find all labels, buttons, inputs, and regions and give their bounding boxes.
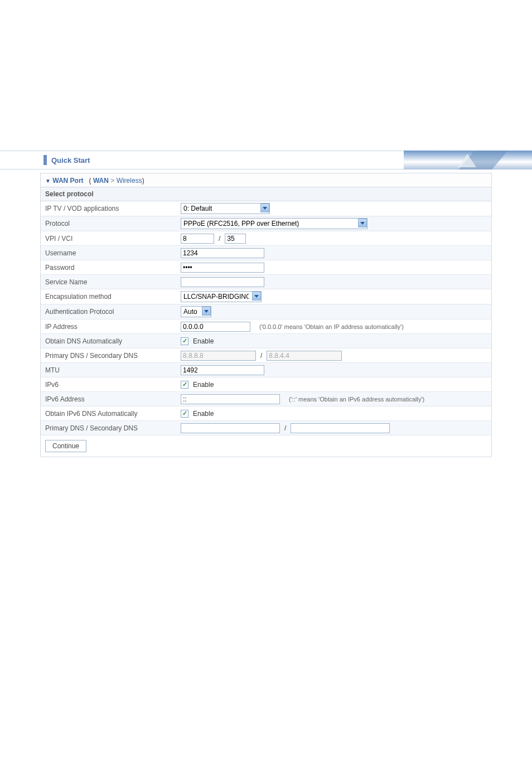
username-label: Username (45, 249, 181, 257)
ipaddr-input[interactable] (181, 322, 250, 332)
row-authproto: Authentication Protocol (41, 304, 491, 319)
breadcrumb-section: WAN Port (52, 177, 83, 185)
ipv6-enable-label: Enable (193, 381, 214, 389)
breadcrumb-sep: > (110, 177, 116, 185)
obtaindns-checkbox[interactable] (181, 337, 188, 345)
ipv6-enable-checkbox[interactable] (181, 381, 188, 389)
protocol-select[interactable] (181, 218, 367, 229)
encaps-select[interactable] (181, 291, 262, 302)
row-obtainipv6dns: Obtain IPv6 DNS Automatically Enable (41, 406, 491, 421)
primary-dns-input[interactable] (181, 351, 256, 361)
page-title: Quick Start (40, 156, 90, 164)
ipv6addr-input[interactable] (181, 394, 280, 404)
obtainipv6dns-checkbox[interactable] (181, 410, 188, 418)
ipv6dns-label: Primary DNS / Secondary DNS (45, 424, 181, 432)
row-ipv6: IPv6 Enable (41, 377, 491, 392)
slash-separator: / (282, 424, 288, 432)
authproto-select[interactable] (181, 306, 211, 317)
row-obtaindns: Obtain DNS Automatically Enable (41, 334, 491, 348)
caret-down-icon: ▼ (45, 178, 51, 184)
row-ipv6addr: IPv6 Address ('::' means 'Obtain an IPv6… (41, 392, 491, 406)
mtu-input[interactable] (181, 365, 264, 375)
obtaindns-label: Obtain DNS Automatically (45, 337, 181, 345)
slash-separator: / (258, 352, 264, 360)
vci-input[interactable] (225, 234, 246, 244)
password-label: Password (45, 264, 181, 272)
ipv6-label: IPv6 (45, 381, 181, 389)
row-username: Username (41, 246, 491, 260)
row-ipv6dns: Primary DNS / Secondary DNS / (41, 421, 491, 435)
mtu-label: MTU (45, 366, 181, 374)
continue-button[interactable]: Continue (45, 440, 86, 452)
secondary-dns-input[interactable] (267, 351, 342, 361)
password-input[interactable] (181, 263, 264, 273)
breadcrumb-active[interactable]: WAN (93, 177, 109, 185)
servicename-label: Service Name (45, 278, 181, 286)
row-mtu: MTU (41, 363, 491, 377)
row-vpivci: VPI / VCI / (41, 231, 491, 246)
ipv6addr-hint: ('::' means 'Obtain an IPv6 address auto… (282, 396, 424, 403)
protocol-select-value[interactable] (181, 218, 367, 229)
row-encaps: Encapsulation method (41, 289, 491, 304)
ipaddr-hint: ('0.0.0.0' means 'Obtain an IP address a… (253, 323, 404, 330)
servicename-input[interactable] (181, 277, 264, 287)
row-ipaddr: IP Address ('0.0.0.0' means 'Obtain an I… (41, 319, 491, 334)
obtainipv6dns-enable-label: Enable (193, 410, 214, 418)
row-dns: Primary DNS / Secondary DNS / (41, 348, 491, 363)
section-subhead: Select protocol (41, 187, 491, 201)
breadcrumb: ▼ WAN Port ( WAN > Wireless) (41, 173, 491, 187)
row-iptv: IP TV / VOD applications (41, 201, 491, 216)
encaps-label: Encapsulation method (45, 293, 181, 301)
ipv6-primary-dns-input[interactable] (181, 423, 280, 433)
page-header: Quick Start (0, 151, 532, 169)
authproto-select-value[interactable] (181, 306, 211, 317)
breadcrumb-next[interactable]: Wireless (117, 177, 142, 185)
content-frame: ▼ WAN Port ( WAN > Wireless) Select prot… (40, 173, 492, 457)
iptv-select[interactable] (181, 203, 270, 214)
protocol-label: Protocol (45, 220, 181, 227)
footer: Continue (41, 435, 491, 457)
iptv-select-value[interactable] (181, 203, 270, 214)
vpivci-label: VPI / VCI (45, 235, 181, 243)
ipv6addr-label: IPv6 Address (45, 395, 181, 403)
iptv-label: IP TV / VOD applications (45, 205, 181, 212)
username-input[interactable] (181, 248, 264, 258)
slash-separator: / (216, 235, 223, 243)
obtaindns-enable-label: Enable (193, 337, 214, 345)
dns-label: Primary DNS / Secondary DNS (45, 352, 181, 360)
row-protocol: Protocol (41, 216, 491, 231)
header-graphic (404, 151, 532, 169)
ipaddr-label: IP Address (45, 323, 181, 331)
row-password: Password (41, 260, 491, 275)
authproto-label: Authentication Protocol (45, 308, 181, 316)
encaps-select-value[interactable] (181, 291, 262, 302)
row-servicename: Service Name (41, 275, 491, 289)
vpi-input[interactable] (181, 234, 214, 244)
ipv6-secondary-dns-input[interactable] (291, 423, 390, 433)
obtainipv6dns-label: Obtain IPv6 DNS Automatically (45, 410, 181, 418)
